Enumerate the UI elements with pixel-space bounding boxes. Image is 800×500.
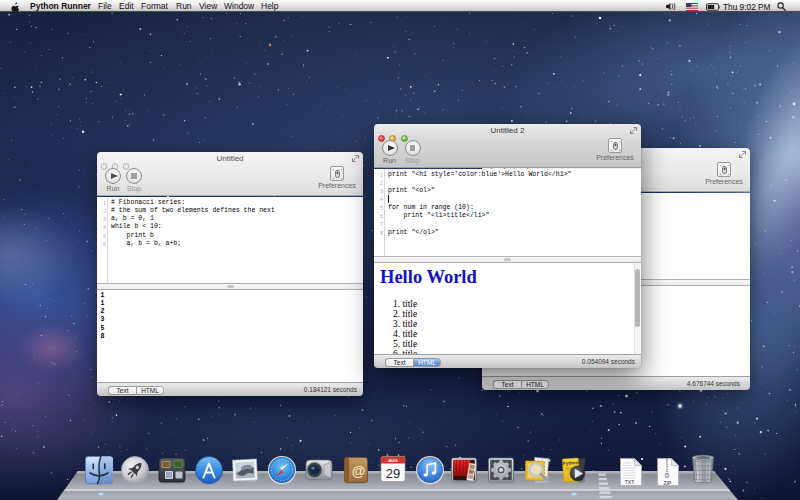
svg-text:TXT: TXT	[624, 479, 633, 485]
svg-text:AUG: AUG	[388, 458, 397, 463]
svg-text:@: @	[351, 463, 365, 479]
svg-text:29: 29	[385, 466, 399, 481]
svg-text:ZIP: ZIP	[663, 480, 671, 486]
